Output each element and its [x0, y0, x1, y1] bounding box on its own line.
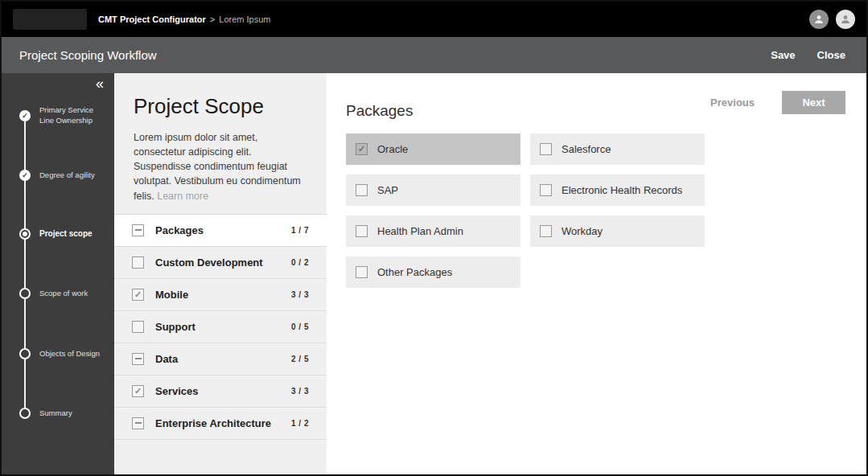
step-label: Degree of agility	[39, 170, 109, 181]
checkbox-unchecked-icon[interactable]	[540, 225, 552, 237]
top-bar: CMT Project Configurator>Lorem Ipsum	[2, 2, 866, 37]
category-row-packages[interactable]: Packages1 / 7	[114, 215, 327, 247]
category-label: Services	[155, 385, 199, 397]
package-option-label: Salesforce	[562, 143, 611, 155]
panel-description: Lorem ipsum dolor sit amet, consectetur …	[134, 130, 307, 203]
package-option-label: SAP	[377, 184, 398, 196]
category-count: 1 / 2	[291, 419, 309, 428]
step-label: Primary Service Line Ownership	[39, 105, 109, 126]
content-area: « Primary Service Line OwnershipDegree o…	[2, 73, 866, 474]
collapse-sidebar-icon[interactable]: «	[96, 76, 104, 91]
category-label: Data	[155, 353, 178, 365]
category-count: 3 / 3	[291, 387, 309, 396]
package-option-other-packages[interactable]: Other Packages	[346, 256, 520, 288]
package-option-label: Other Packages	[377, 266, 452, 278]
stepper-item-project-scope[interactable]: Project scope	[2, 228, 114, 240]
previous-button[interactable]: Previous	[706, 96, 759, 109]
save-button[interactable]: Save	[771, 49, 795, 61]
checkbox-indeterminate-icon[interactable]	[132, 417, 144, 429]
close-button[interactable]: Close	[817, 49, 845, 61]
category-row-support[interactable]: Support0 / 5	[114, 311, 327, 343]
package-option-electronic-health-records[interactable]: Electronic Health Records	[530, 174, 705, 206]
options-grid: OracleSalesforceSAPElectronic Health Rec…	[346, 133, 866, 288]
next-button[interactable]: Next	[782, 91, 845, 114]
checkbox-unchecked-icon[interactable]	[356, 184, 368, 196]
package-option-health-plan-admin[interactable]: Health Plan Admin	[346, 215, 520, 247]
stepper-item-primary-service-line-ownership[interactable]: Primary Service Line Ownership	[2, 110, 114, 121]
page-title: Project Scoping Workflow	[19, 48, 157, 62]
checkbox-unchecked-icon[interactable]	[356, 266, 368, 278]
step-label: Objects of Design	[39, 349, 109, 359]
stepper-item-degree-of-agility[interactable]: Degree of agility	[2, 170, 114, 181]
category-row-custom-development[interactable]: Custom Development0 / 2	[114, 247, 327, 279]
profile-avatar-icon[interactable]	[836, 10, 855, 29]
checkbox-indeterminate-icon[interactable]	[132, 224, 144, 236]
package-option-sap[interactable]: SAP	[346, 174, 520, 206]
step-complete-icon	[19, 110, 31, 121]
checkbox-checked-icon[interactable]	[132, 289, 144, 301]
category-count: 1 / 7	[291, 226, 309, 235]
step-current-icon	[19, 228, 31, 240]
step-complete-icon	[19, 170, 31, 181]
step-label: Project scope	[39, 228, 109, 240]
category-label: Mobile	[155, 289, 188, 301]
category-count: 0 / 5	[291, 322, 309, 331]
breadcrumb-app[interactable]: CMT Project Configurator	[98, 14, 206, 24]
checkbox-unchecked-icon[interactable]	[540, 143, 552, 155]
category-label: Enterprise Architecture	[155, 417, 271, 429]
checkbox-unchecked-icon[interactable]	[132, 321, 144, 333]
package-option-workday[interactable]: Workday	[530, 215, 705, 247]
stepper-sidebar: « Primary Service Line OwnershipDegree o…	[2, 73, 114, 474]
company-logo	[13, 9, 87, 30]
category-count: 3 / 3	[291, 290, 309, 299]
stepper-item-scope-of-work[interactable]: Scope of work	[2, 288, 114, 299]
workflow-header: Project Scoping Workflow Save Close	[2, 37, 866, 73]
package-option-label: Electronic Health Records	[562, 184, 682, 196]
breadcrumb: CMT Project Configurator>Lorem Ipsum	[98, 14, 270, 24]
checkbox-checked-icon[interactable]	[132, 385, 144, 397]
panel-title: Project Scope	[134, 94, 307, 119]
category-label: Packages	[155, 224, 204, 236]
step-label: Scope of work	[39, 289, 109, 299]
breadcrumb-page: Lorem Ipsum	[219, 14, 270, 24]
checkbox-unchecked-icon[interactable]	[356, 225, 368, 237]
category-label: Custom Development	[155, 256, 263, 269]
main-area: Previous Next Packages OracleSalesforceS…	[327, 73, 866, 474]
stepper-item-objects-of-design[interactable]: Objects of Design	[2, 348, 114, 359]
category-count: 0 / 2	[291, 258, 309, 267]
topbar-actions	[809, 10, 855, 29]
category-count: 2 / 5	[291, 355, 309, 363]
checkbox-unchecked-icon[interactable]	[132, 256, 144, 269]
package-option-label: Workday	[562, 225, 603, 237]
category-row-enterprise-architecture[interactable]: Enterprise Architecture1 / 2	[114, 408, 327, 440]
checkbox-checked-icon[interactable]	[356, 143, 368, 155]
wizard-nav: Previous Next	[706, 91, 845, 114]
stepper-line	[24, 116, 26, 413]
project-scope-panel: Project Scope Lorem ipsum dolor sit amet…	[114, 73, 327, 474]
breadcrumb-separator: >	[210, 14, 215, 24]
step-pending-icon	[19, 288, 31, 299]
package-option-label: Health Plan Admin	[377, 225, 463, 237]
checkbox-unchecked-icon[interactable]	[540, 184, 552, 196]
category-row-services[interactable]: Services3 / 3	[114, 375, 327, 408]
category-label: Support	[155, 321, 195, 333]
stepper-item-summary[interactable]: Summary	[2, 408, 114, 419]
step-label: Summary	[39, 408, 109, 419]
category-row-data[interactable]: Data2 / 5	[114, 343, 327, 375]
learn-more-link[interactable]: Learn more	[157, 191, 208, 202]
step-pending-icon	[19, 348, 31, 359]
package-option-salesforce[interactable]: Salesforce	[530, 133, 705, 165]
package-option-oracle[interactable]: Oracle	[346, 133, 520, 165]
step-pending-icon	[19, 408, 31, 419]
app-window: CMT Project Configurator>Lorem Ipsum Pro…	[0, 0, 868, 476]
checkbox-indeterminate-icon[interactable]	[132, 353, 144, 365]
package-option-label: Oracle	[377, 143, 408, 155]
header-actions: Save Close	[771, 49, 845, 61]
category-row-mobile[interactable]: Mobile3 / 3	[114, 279, 327, 311]
category-list: Packages1 / 7Custom Development0 / 2Mobi…	[114, 214, 327, 440]
user-avatar-icon[interactable]	[809, 10, 829, 29]
